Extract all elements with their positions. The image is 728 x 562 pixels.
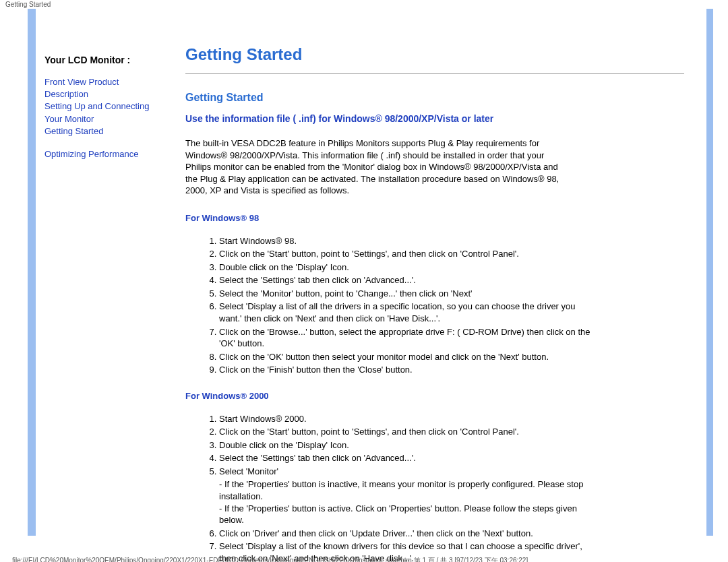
- sidebar-link-description[interactable]: Description: [44, 88, 169, 100]
- sidebar-link-your-monitor[interactable]: Your Monitor: [44, 113, 169, 125]
- page-title: Getting Started: [185, 45, 684, 64]
- step: Click on the 'Browse...' button, select …: [219, 326, 597, 350]
- step: Start Windows® 2000.: [219, 413, 597, 425]
- main-content: Getting Started Getting Started Use the …: [185, 41, 684, 562]
- sidebar-link-optimizing-performance[interactable]: Optimizing Performance: [44, 148, 169, 160]
- step: Select 'Monitor' - If the 'Properties' b…: [219, 466, 597, 526]
- sidebar: Your LCD Monitor : Front View Product De…: [44, 55, 169, 160]
- step: Click on 'Driver' and then click on 'Upd…: [219, 528, 597, 540]
- step-sublines: - If the 'Properties' button is inactive…: [219, 478, 597, 526]
- sidebar-group-2: Optimizing Performance: [44, 148, 169, 160]
- sidebar-link-front-view[interactable]: Front View Product: [44, 76, 169, 88]
- sidebar-heading: Your LCD Monitor :: [44, 55, 169, 65]
- left-blue-strip: [28, 9, 36, 536]
- step: Select the 'Settings' tab then click on …: [219, 274, 597, 286]
- step: Click on the 'OK' button then select you…: [219, 351, 597, 363]
- footer-file-path: file:///E|/LCD%20Monitor%20OEM/Philips/O…: [12, 556, 720, 562]
- steps-list-win98: Start Windows® 98. Click on the 'Start' …: [185, 235, 597, 376]
- step: Select the 'Settings' tab then click on …: [219, 452, 597, 464]
- step: Double click on the 'Display' Icon.: [219, 439, 597, 451]
- step: Start Windows® 98.: [219, 235, 597, 247]
- step-subline: - If the 'Properties' button is active. …: [219, 503, 597, 526]
- step: Click on the 'Start' button, point to 'S…: [219, 248, 597, 260]
- steps-list-win2000: Start Windows® 2000. Click on the 'Start…: [185, 413, 597, 562]
- step: Click on the 'Finish' button then the 'C…: [219, 364, 597, 376]
- step-subline: - If the 'Properties' button is inactive…: [219, 478, 597, 502]
- step: Select the 'Monitor' button, point to 'C…: [219, 288, 597, 300]
- os-heading-win2000: For Windows® 2000: [185, 391, 684, 401]
- doc-header-title: Getting Started: [0, 0, 728, 9]
- section-subheading: Getting Started: [185, 92, 684, 104]
- step: Select 'Display a list of all the driver…: [219, 301, 597, 324]
- sidebar-link-setting-up[interactable]: Setting Up and Connecting: [44, 100, 169, 113]
- right-blue-strip: [706, 9, 713, 536]
- intro-paragraph: The built-in VESA DDC2B feature in Phili…: [185, 137, 563, 197]
- step: Click on the 'Start' button, point to 'S…: [219, 426, 597, 438]
- step: Double click on the 'Display' Icon.: [219, 261, 597, 274]
- sidebar-link-getting-started[interactable]: Getting Started: [44, 125, 169, 137]
- os-heading-win98: For Windows® 98: [185, 213, 684, 223]
- title-divider: [185, 73, 684, 74]
- sidebar-group-1: Front View Product Description Setting U…: [44, 76, 169, 137]
- use-info-heading: Use the information file ( .inf) for Win…: [185, 113, 684, 124]
- step-text: Select 'Monitor': [219, 466, 278, 476]
